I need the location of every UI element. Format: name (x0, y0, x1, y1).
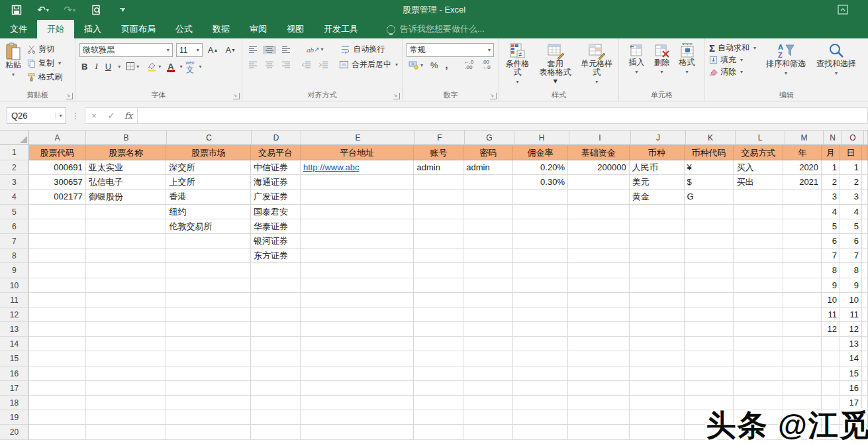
grow-font-button[interactable]: A▲ (206, 45, 220, 55)
cell-E18[interactable] (301, 396, 414, 410)
cell-H15[interactable] (513, 351, 568, 366)
cell-I12[interactable] (568, 307, 630, 322)
column-header-N[interactable]: N (824, 131, 842, 145)
cell-N11[interactable]: 10 (822, 293, 840, 307)
cell-J9[interactable] (630, 263, 685, 278)
column-header-O[interactable]: O (842, 131, 864, 145)
cell-E17[interactable] (301, 381, 414, 396)
cell-L6[interactable] (734, 219, 783, 234)
bold-button[interactable]: B (79, 62, 89, 72)
cell-H1[interactable]: 佣金率 (513, 145, 568, 160)
cell-M8[interactable] (783, 249, 822, 263)
cell-I4[interactable] (568, 190, 630, 204)
cell-B14[interactable] (86, 337, 167, 351)
cell-C13[interactable] (166, 322, 251, 337)
cell-N16[interactable] (822, 366, 840, 381)
cell-M10[interactable] (783, 278, 822, 293)
cell-F15[interactable] (414, 351, 463, 366)
cell-A19[interactable] (29, 410, 86, 425)
cell-H8[interactable] (513, 249, 568, 263)
find-select-button[interactable]: 查找和选择 ▾ (813, 40, 859, 90)
cell-D14[interactable] (251, 337, 301, 351)
cell-A7[interactable] (29, 234, 86, 249)
font-size-select[interactable]: 11▾ (176, 43, 203, 57)
cell-M12[interactable] (783, 307, 822, 322)
cell-F2[interactable]: admin (414, 160, 463, 175)
column-header-L[interactable]: L (736, 131, 785, 145)
cell-H7[interactable] (513, 234, 568, 249)
cell-A16[interactable] (29, 366, 86, 381)
underline-button[interactable]: U (103, 62, 113, 72)
cell-I18[interactable] (568, 396, 630, 410)
undo-button[interactable]: ↶▾ (36, 2, 50, 18)
cell-D4[interactable]: 广发证券 (251, 190, 301, 204)
cell-H5[interactable] (513, 205, 568, 219)
cell-L3[interactable]: 买出 (734, 175, 783, 190)
cell-G3[interactable] (463, 175, 513, 190)
tab-1[interactable]: 开始 (37, 20, 74, 38)
cell-K4[interactable]: G (685, 190, 734, 204)
cell-H18[interactable] (513, 396, 568, 410)
conditional-formatting-button[interactable]: ≠ 条件格式 ▾ (501, 40, 534, 90)
font-name-select[interactable]: 微软雅黑▾ (79, 43, 173, 57)
cell-I13[interactable] (568, 322, 630, 337)
column-header-E[interactable]: E (301, 131, 415, 145)
middle-align-button[interactable] (263, 46, 276, 54)
merge-center-button[interactable]: 合并后居中 ▾ (337, 58, 400, 71)
redo-button[interactable]: ↷▾ (62, 2, 77, 18)
cell-F7[interactable] (414, 234, 463, 249)
tab-8[interactable]: 开发工具 (314, 20, 368, 38)
cell-E5[interactable] (301, 205, 414, 219)
cell-L15[interactable] (734, 351, 783, 366)
row-header-18[interactable]: 18 (0, 396, 29, 410)
cell-F20[interactable] (414, 425, 463, 439)
cell-G12[interactable] (463, 307, 513, 322)
cell-M4[interactable] (783, 190, 822, 204)
cell-I17[interactable] (568, 381, 630, 396)
cell-O14[interactable]: 13 (840, 337, 862, 351)
cell-J8[interactable] (630, 249, 685, 263)
cell-I5[interactable] (568, 205, 630, 219)
enter-button[interactable]: ✓ (103, 111, 120, 121)
column-header-F[interactable]: F (415, 131, 465, 145)
cell-J7[interactable] (630, 234, 685, 249)
format-painter-button[interactable]: 格式刷 (25, 71, 64, 83)
number-dialog-launcher[interactable]: ↘ (490, 93, 497, 99)
row-header-9[interactable]: 9 (0, 263, 29, 278)
cell-B17[interactable] (86, 381, 167, 396)
cell-F19[interactable] (414, 410, 463, 425)
cell-B15[interactable] (86, 351, 167, 366)
cell-K2[interactable]: ¥ (685, 160, 734, 175)
increase-decimal-button[interactable]: ←.0.00 (461, 60, 475, 70)
formula-bar-drag-handle[interactable]: ⋮ (66, 111, 85, 121)
cell-L9[interactable] (734, 263, 783, 278)
cell-K5[interactable] (685, 205, 734, 219)
cell-D9[interactable] (251, 263, 301, 278)
cell-F18[interactable] (414, 396, 463, 410)
cell-A17[interactable] (29, 381, 86, 396)
sort-filter-button[interactable]: A Z 排序和筛选 ▾ (763, 40, 809, 90)
cell-C4[interactable]: 香港 (166, 190, 251, 204)
cell-J16[interactable] (630, 366, 685, 381)
cell-B10[interactable] (86, 278, 167, 293)
cell-H2[interactable]: 0.20% (513, 160, 568, 175)
cell-M6[interactable] (783, 219, 822, 234)
row-header-17[interactable]: 17 (0, 381, 29, 396)
column-header-J[interactable]: J (631, 131, 686, 145)
autosum-button[interactable]: Σ 自动求和 ▾ (708, 42, 757, 54)
cell-B7[interactable] (86, 234, 167, 249)
cell-L13[interactable] (734, 322, 783, 337)
cell-E1[interactable]: 平台地址 (301, 145, 414, 160)
cell-E6[interactable] (301, 219, 414, 234)
cell-J3[interactable]: 美元 (630, 175, 685, 190)
cell-A1[interactable]: 股票代码 (29, 145, 86, 160)
column-header-D[interactable]: D (252, 131, 301, 145)
row-header-7[interactable]: 7 (0, 234, 29, 249)
tab-7[interactable]: 视图 (277, 20, 314, 38)
cell-B2[interactable]: 亚太实业 (86, 160, 167, 175)
cell-J2[interactable]: 人民币 (630, 160, 685, 175)
cell-D7[interactable]: 银河证券 (251, 234, 301, 249)
cell-E14[interactable] (301, 337, 414, 351)
cell-D11[interactable] (251, 293, 301, 307)
formula-input[interactable] (138, 107, 868, 124)
